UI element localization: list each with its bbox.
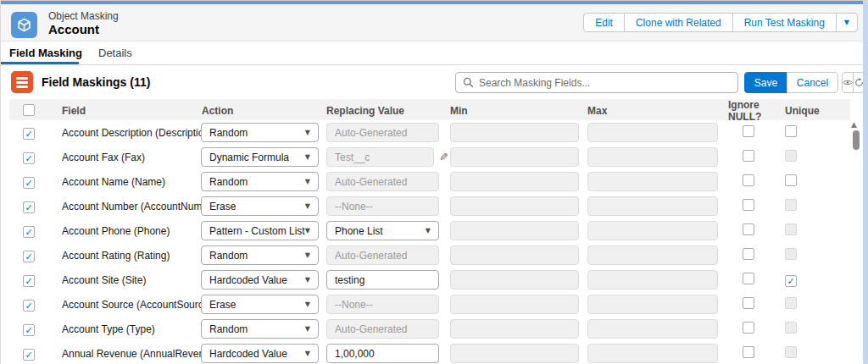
page-scrollbar[interactable]	[863, 1, 868, 364]
edit-button[interactable]: Edit	[583, 13, 625, 32]
chevron-down-icon: ▼	[305, 153, 310, 161]
row-select-checkbox[interactable]: ✓	[23, 349, 35, 361]
replacing-value-select[interactable]: Phone List▼	[326, 221, 439, 240]
preview-button[interactable]	[842, 72, 854, 93]
ignore-null-checkbox[interactable]	[743, 199, 754, 211]
action-select[interactable]: Pattern - Custom List▼	[201, 221, 319, 240]
action-select[interactable]: Hardcoded Value▼	[201, 270, 319, 290]
action-select[interactable]: Hardcoded Value▼	[201, 344, 319, 363]
pencil-icon[interactable]: ✎	[439, 151, 448, 163]
action-select[interactable]: Random▼	[201, 123, 319, 142]
action-select[interactable]: Erase▼	[201, 196, 319, 216]
replacing-value-input: Test__c	[326, 147, 434, 167]
field-maskings-title: Field Maskings (11)	[42, 75, 150, 89]
table-row: ✓Account Fax (Fax)Dynamic Formula▼Test__…	[9, 145, 850, 169]
page-scrollbar-thumb[interactable]	[863, 1, 868, 364]
table-row: ✓Account Phone (Phone)Pattern - Custom L…	[9, 218, 850, 243]
checkmark-icon: ✓	[25, 301, 32, 310]
action-select[interactable]: Random▼	[201, 245, 319, 265]
ignore-null-checkbox[interactable]	[743, 322, 754, 334]
clone-with-related-button[interactable]: Clone with Related	[624, 13, 733, 32]
replacing-value-input[interactable]: 1,00,000	[326, 344, 439, 363]
unique-checkbox[interactable]	[785, 125, 797, 137]
row-select-checkbox[interactable]: ✓	[23, 300, 35, 312]
row-select-checkbox[interactable]: ✓	[23, 128, 35, 140]
checkmark-icon: ✓	[25, 153, 32, 163]
unique-checkbox[interactable]: ✓	[785, 275, 797, 287]
action-select[interactable]: Random▼	[201, 319, 319, 339]
ignore-null-checkbox[interactable]	[743, 125, 754, 137]
ignore-null-checkbox[interactable]	[743, 273, 754, 284]
row-select-checkbox[interactable]: ✓	[23, 152, 35, 164]
checkmark-icon: ✓	[25, 129, 32, 138]
action-select[interactable]: Random▼	[201, 172, 319, 191]
chevron-down-icon: ▼	[305, 202, 310, 210]
row-select-checkbox[interactable]: ✓	[23, 177, 35, 189]
tab-field-masking[interactable]: Field Masking	[9, 47, 82, 59]
chevron-down-icon: ▼	[305, 325, 310, 333]
checkmark-icon: ✓	[787, 276, 794, 285]
max-input	[587, 319, 718, 339]
chevron-down-icon: ▼	[426, 227, 431, 234]
scroll-up-icon[interactable]: ▲	[851, 120, 857, 129]
field-name: Account Rating (Rating)	[53, 250, 201, 262]
chevron-down-icon: ▼	[305, 350, 310, 357]
row-select-checkbox[interactable]: ✓	[23, 226, 35, 238]
row-select-checkbox[interactable]: ✓	[23, 324, 35, 336]
tab-details[interactable]: Details	[98, 47, 132, 59]
table-row: ✓Account Name (Name)Random▼Auto-Generate…	[9, 169, 850, 194]
field-maskings-toolbar: Field Maskings (11) Save Cancel	[1, 65, 868, 99]
cancel-button[interactable]: Cancel	[787, 72, 838, 93]
max-input	[587, 295, 718, 314]
checkmark-icon: ✓	[25, 276, 32, 285]
eye-icon	[843, 79, 853, 86]
action-select[interactable]: Erase▼	[201, 295, 319, 314]
unique-checkbox[interactable]	[785, 174, 797, 186]
ignore-null-checkbox[interactable]	[743, 346, 754, 358]
replacing-value-input[interactable]: testing	[326, 270, 439, 290]
max-input	[587, 196, 718, 216]
ignore-null-checkbox[interactable]	[743, 150, 754, 162]
field-name: Account Description (Description)	[53, 127, 201, 139]
chevron-down-icon: ▼	[305, 251, 310, 259]
ignore-null-checkbox[interactable]	[743, 248, 754, 260]
table-row: ✓Account Type (Type)Random▼Auto-Generate…	[9, 317, 850, 341]
unique-checkbox	[785, 199, 797, 211]
min-input	[450, 319, 579, 339]
min-input	[450, 221, 579, 240]
ignore-null-checkbox[interactable]	[743, 297, 754, 309]
replacing-value-input: Auto-Generated	[326, 123, 439, 142]
save-button[interactable]: Save	[744, 72, 787, 93]
more-actions-button[interactable]: ▼	[836, 13, 858, 32]
object-type-label: Object Masking	[48, 10, 119, 22]
field-name: Account Source (AccountSource)	[53, 299, 201, 311]
search-icon	[463, 77, 474, 88]
unique-checkbox	[785, 322, 797, 334]
row-select-checkbox[interactable]: ✓	[23, 251, 35, 262]
checkmark-icon: ✓	[25, 202, 32, 212]
row-select-checkbox[interactable]: ✓	[23, 275, 35, 287]
checkmark-icon: ✓	[25, 350, 32, 359]
checkmark-icon: ✓	[25, 325, 32, 334]
max-input	[587, 123, 718, 142]
select-value: Phone List	[335, 225, 383, 237]
table-row: ✓Account Number (AccountNumber)Erase▼--N…	[9, 194, 850, 218]
checkmark-icon: ✓	[25, 178, 32, 187]
select-value: Random	[209, 127, 248, 139]
run-test-masking-button[interactable]: Run Test Masking	[732, 13, 837, 32]
select-all-checkbox[interactable]	[23, 104, 35, 116]
object-masking-page: Object Masking Account Edit Clone with R…	[0, 0, 868, 364]
max-input	[587, 221, 718, 240]
replacing-value-input: --None--	[326, 196, 439, 216]
max-input	[587, 245, 718, 265]
chevron-down-icon: ▼	[305, 178, 310, 185]
unique-checkbox	[785, 150, 797, 162]
min-input	[450, 196, 579, 216]
search-input[interactable]	[479, 77, 731, 89]
action-select[interactable]: Dynamic Formula▼	[201, 147, 319, 167]
column-header-action: Action	[201, 105, 323, 117]
table-scrollbar-thumb[interactable]	[853, 130, 860, 150]
ignore-null-checkbox[interactable]	[743, 223, 754, 235]
row-select-checkbox[interactable]: ✓	[23, 201, 35, 213]
ignore-null-checkbox[interactable]	[743, 174, 754, 186]
